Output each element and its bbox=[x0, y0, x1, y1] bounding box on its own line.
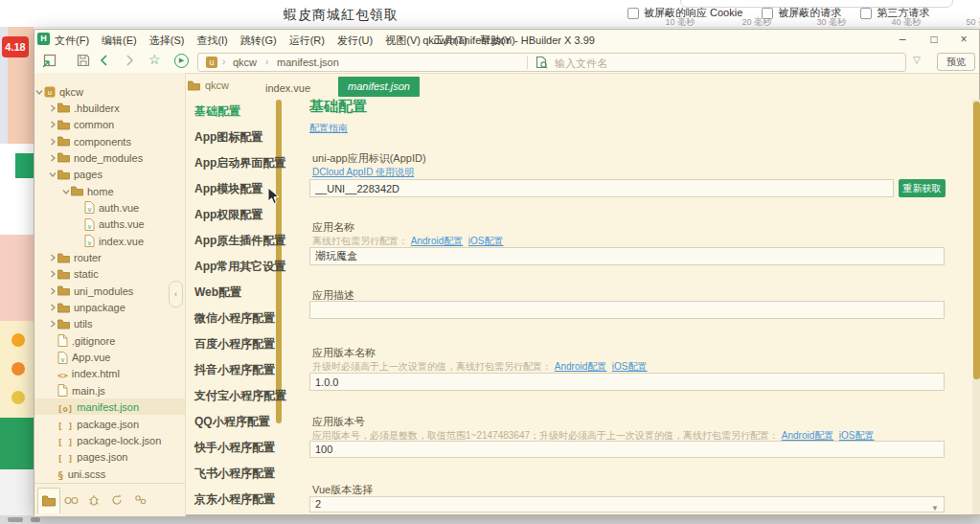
config-nav-item[interactable]: 基础配置 bbox=[194, 103, 240, 120]
tree-row[interactable]: <>index.html bbox=[49, 366, 120, 382]
project-explorer-icon[interactable] bbox=[37, 488, 60, 513]
version-code-input[interactable] bbox=[309, 441, 945, 458]
tree-row[interactable]: main.js bbox=[49, 382, 105, 399]
preview-button[interactable]: 预览 bbox=[937, 53, 975, 71]
tree-row[interactable]: common bbox=[49, 117, 114, 133]
config-nav-item[interactable]: App图标配置 bbox=[194, 129, 262, 146]
config-nav-item[interactable]: 百度小程序配置 bbox=[194, 336, 275, 353]
ios-config-link[interactable]: iOS配置 bbox=[839, 430, 875, 441]
tree-row[interactable]: home bbox=[62, 183, 114, 199]
tree-row[interactable]: .hbuilderx bbox=[49, 100, 120, 116]
tree-chevron-icon[interactable] bbox=[49, 304, 57, 311]
save-icon[interactable] bbox=[77, 54, 90, 67]
breadcrumb-file[interactable]: manifest.json bbox=[277, 57, 339, 68]
tree-row[interactable]: [ ]package-lock.json bbox=[49, 432, 161, 448]
menu-item[interactable]: 运行(R) bbox=[289, 34, 325, 48]
tree-chevron-icon[interactable] bbox=[49, 138, 57, 146]
appid-input[interactable] bbox=[309, 179, 894, 197]
close-button[interactable]: × bbox=[951, 31, 976, 48]
tree-row[interactable]: router bbox=[49, 250, 102, 266]
breadcrumb-separator: › bbox=[222, 57, 225, 67]
tree-chevron-icon[interactable] bbox=[49, 270, 57, 278]
tree-row[interactable]: vApp.vue bbox=[49, 350, 110, 366]
config-nav-item[interactable]: 京东小程序配置 bbox=[194, 491, 275, 508]
editor-tab-index-vue[interactable]: index.vue bbox=[265, 82, 310, 94]
refresh-icon[interactable] bbox=[106, 488, 127, 513]
main-scrollbar-thumb[interactable] bbox=[973, 102, 980, 379]
editor-tab-project[interactable]: qkcw bbox=[188, 80, 229, 91]
android-config-link[interactable]: Android配置 bbox=[411, 236, 463, 246]
tree-row[interactable]: pages bbox=[49, 167, 103, 183]
navigate-back-icon[interactable] bbox=[98, 54, 110, 67]
tree-row[interactable]: utils bbox=[49, 316, 93, 332]
config-nav-item[interactable]: 飞书小程序配置 bbox=[194, 466, 275, 482]
run-icon[interactable]: ▶ bbox=[174, 54, 189, 68]
minimize-button[interactable]: – bbox=[890, 31, 915, 48]
debug-icon[interactable] bbox=[83, 488, 104, 513]
tree-chevron-icon[interactable] bbox=[49, 171, 57, 178]
appid-doc-link[interactable]: DCloud AppID 使用说明 bbox=[312, 166, 414, 179]
android-config-link[interactable]: Android配置 bbox=[782, 430, 833, 441]
tree-row[interactable]: uni_modules bbox=[49, 283, 133, 299]
tree-row[interactable]: components bbox=[49, 133, 131, 149]
file-search-input[interactable]: 输入文件名 bbox=[555, 57, 607, 71]
tree-chevron-icon[interactable] bbox=[49, 154, 57, 162]
config-nav-item[interactable]: 抖音小程序配置 bbox=[194, 362, 275, 378]
tree-row[interactable]: §uni.scss bbox=[49, 466, 105, 482]
tree-chevron-icon[interactable] bbox=[35, 88, 44, 96]
favorite-star-icon[interactable]: ☆ bbox=[148, 52, 161, 67]
tree-row[interactable]: node_modules bbox=[49, 149, 143, 166]
config-nav-item[interactable]: 快手小程序配置 bbox=[194, 440, 275, 456]
tree-row[interactable]: vauth.vue bbox=[76, 199, 139, 216]
config-nav-item[interactable]: 支付宝小程序配置 bbox=[194, 388, 286, 404]
tree-row[interactable]: unpackage bbox=[49, 300, 125, 316]
search-icon[interactable] bbox=[60, 488, 81, 513]
config-nav-item[interactable]: App常用其它设置 bbox=[194, 259, 285, 275]
tree-chevron-icon[interactable] bbox=[49, 121, 57, 128]
tree-chevron-icon[interactable] bbox=[49, 254, 57, 262]
config-nav-item[interactable]: QQ小程序配置 bbox=[194, 414, 270, 430]
config-guide-link[interactable]: 配置指南 bbox=[309, 122, 348, 135]
config-nav-item[interactable]: App启动界面配置 bbox=[194, 155, 285, 171]
config-nav-item[interactable]: 微信小程序配置 bbox=[194, 310, 275, 327]
config-nav-item[interactable]: Web配置 bbox=[194, 285, 241, 301]
app-name-input[interactable] bbox=[309, 247, 945, 265]
config-nav-item[interactable]: App原生插件配置 bbox=[194, 233, 285, 249]
tree-row[interactable]: [ ]pages.json bbox=[49, 449, 127, 466]
tree-chevron-icon[interactable] bbox=[49, 104, 57, 112]
menu-item[interactable]: 跳转(G) bbox=[240, 34, 277, 48]
tree-row[interactable]: [o]manifest.json bbox=[49, 399, 139, 416]
ios-config-link[interactable]: iOS配置 bbox=[468, 236, 504, 246]
tree-item-label: auths.vue bbox=[99, 218, 145, 230]
tree-chevron-icon[interactable] bbox=[62, 188, 71, 195]
tree-chevron-icon[interactable] bbox=[49, 320, 57, 328]
android-config-link[interactable]: Android配置 bbox=[555, 361, 606, 372]
navigate-forward-icon[interactable] bbox=[124, 54, 136, 67]
tree-row[interactable]: vindex.vue bbox=[76, 233, 144, 249]
plugins-icon[interactable] bbox=[129, 488, 150, 513]
menu-item[interactable]: 文件(F) bbox=[55, 34, 89, 48]
tree-row[interactable]: uqkcw bbox=[35, 83, 83, 100]
menu-item[interactable]: 选择(S) bbox=[149, 34, 185, 48]
config-nav-item[interactable]: App模块配置 bbox=[194, 181, 262, 197]
refresh-appid-button[interactable]: 重新获取 bbox=[899, 179, 946, 197]
collapse-sidebar-handle[interactable]: ‹ bbox=[169, 281, 183, 308]
tree-row[interactable]: [ ]package.json bbox=[49, 416, 139, 432]
maximize-button[interactable]: □ bbox=[922, 31, 946, 48]
tree-row[interactable]: .gitignore bbox=[49, 332, 115, 349]
config-nav-item[interactable]: App权限配置 bbox=[194, 207, 262, 223]
menu-item[interactable]: 发行(U) bbox=[337, 34, 373, 48]
tree-chevron-icon[interactable] bbox=[49, 287, 57, 295]
vue-version-select[interactable]: 2 ▼ bbox=[309, 496, 945, 513]
filter-icon[interactable]: ▽ bbox=[913, 55, 921, 65]
tree-row[interactable]: vauths.vue bbox=[76, 216, 145, 233]
ios-config-link[interactable]: iOS配置 bbox=[612, 361, 648, 372]
menu-item[interactable]: 编辑(E) bbox=[102, 34, 137, 48]
tree-row[interactable]: static bbox=[49, 266, 99, 283]
version-name-input[interactable] bbox=[309, 373, 945, 391]
import-project-icon[interactable] bbox=[42, 54, 57, 68]
breadcrumb-project[interactable]: qkcw bbox=[233, 57, 257, 68]
editor-tab-manifest-json[interactable]: manifest.json bbox=[338, 77, 420, 97]
menu-item[interactable]: 查找(I) bbox=[196, 34, 227, 48]
app-desc-input[interactable] bbox=[309, 301, 945, 319]
